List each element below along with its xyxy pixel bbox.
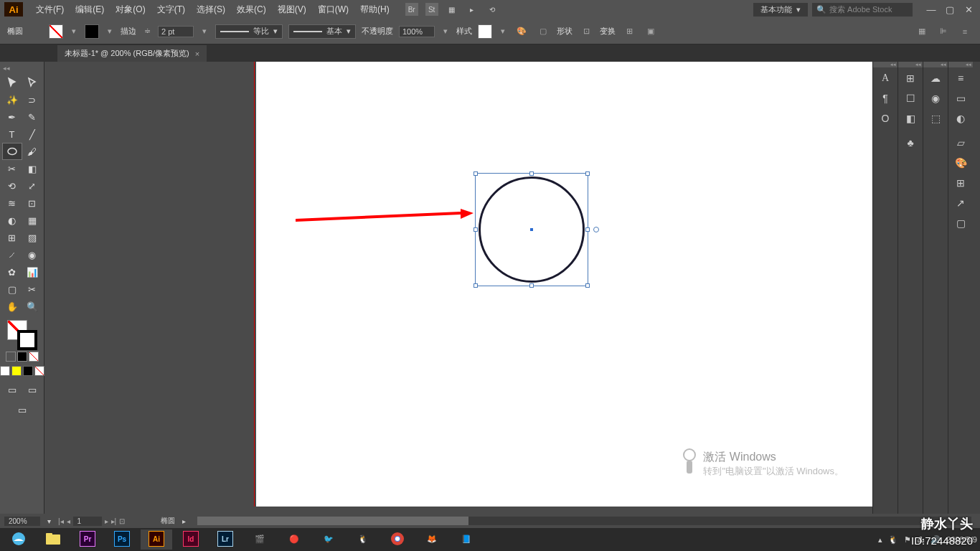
minimize-button[interactable]: — <box>924 4 938 14</box>
next-artboard-icon[interactable]: ▸ <box>105 517 108 525</box>
stroke-indicator-icon[interactable] <box>17 330 37 350</box>
swatch-none[interactable] <box>34 366 44 376</box>
hand-tool[interactable]: ✋ <box>3 298 22 314</box>
gradient-mode-btn[interactable] <box>17 352 27 362</box>
taskbar-illustrator[interactable]: Ai <box>141 529 172 550</box>
pen-tool[interactable]: ✒ <box>3 109 22 125</box>
resize-handle-sw[interactable] <box>473 283 478 288</box>
eraser-tool[interactable]: ◧ <box>23 161 42 176</box>
menu-effect[interactable]: 效果(C) <box>231 4 272 16</box>
resize-handle-se[interactable] <box>585 283 590 288</box>
zoom-tool[interactable]: 🔍 <box>23 298 42 314</box>
rotate-tool[interactable]: ⟲ <box>3 178 22 194</box>
opentype-panel-icon[interactable]: O <box>873 108 897 128</box>
screen-mode-normal[interactable]: ▭ <box>3 382 22 397</box>
transform-options-icon[interactable]: ⊞ <box>621 24 637 39</box>
opacity-input[interactable] <box>399 26 435 37</box>
shape-panel-btn[interactable]: 形状 <box>557 26 573 37</box>
preferences-icon[interactable]: ⊫ <box>936 24 951 39</box>
taskbar-indesign[interactable]: Id <box>175 529 207 550</box>
align-icon[interactable]: ▢ <box>535 24 551 39</box>
menu-file[interactable]: 文件(F) <box>30 4 70 16</box>
transform-panel-icon[interactable]: ⊞ <box>898 68 923 88</box>
stroke-weight-input[interactable] <box>158 26 194 37</box>
brush-definition[interactable]: 基本 ▾ <box>288 24 356 39</box>
menu-edit[interactable]: 编辑(E) <box>70 4 110 16</box>
taskbar-photoshop[interactable]: Ps <box>106 529 138 550</box>
stroke-dropdown-icon[interactable]: ▾ <box>105 24 115 39</box>
style-dd-icon[interactable]: ▾ <box>498 24 508 39</box>
menu-view[interactable]: 视图(V) <box>272 4 312 16</box>
tray-chevron-icon[interactable]: ▴ <box>878 535 882 545</box>
selection-tool[interactable] <box>3 75 22 90</box>
shaper-tool[interactable]: ✂ <box>3 161 22 176</box>
transparency-panel-icon[interactable]: ◐ <box>948 108 973 128</box>
document-tab[interactable]: 未标题-1* @ 200% (RGB/像素预览) × <box>57 45 207 62</box>
stock-icon[interactable]: St <box>425 3 438 16</box>
swatch-yellow[interactable] <box>11 366 22 376</box>
last-artboard-icon[interactable]: ▸| <box>111 517 117 525</box>
sync-icon[interactable]: ⟲ <box>486 3 499 16</box>
gradient-tool[interactable]: ▨ <box>23 230 42 245</box>
shape-options-icon[interactable]: ⊡ <box>578 24 594 39</box>
stroke-weight-dd-icon[interactable]: ▾ <box>199 24 209 39</box>
line-tool[interactable]: ╱ <box>23 126 42 142</box>
tab-close-icon[interactable]: × <box>195 50 199 58</box>
pie-widget-icon[interactable] <box>593 227 599 232</box>
pathfinder-panel-icon[interactable]: ◧ <box>898 108 923 128</box>
first-artboard-icon[interactable]: |◂ <box>58 517 64 525</box>
fill-dropdown-icon[interactable]: ▾ <box>69 24 79 39</box>
shape-builder-tool[interactable]: ◐ <box>3 212 22 228</box>
taskbar-app-3[interactable]: 🐦 <box>313 529 344 550</box>
artboard-nav-icon[interactable]: ⊡ <box>119 517 125 525</box>
eyedropper-tool[interactable]: ⟋ <box>3 247 22 263</box>
direct-selection-tool[interactable] <box>23 75 42 90</box>
taskbar-lightroom[interactable]: Lr <box>209 529 241 550</box>
resize-handle-e[interactable] <box>585 227 590 232</box>
taskbar-app-1[interactable]: 🎬 <box>244 529 275 550</box>
lasso-tool[interactable]: ⊃ <box>23 92 42 108</box>
align-panel-icon[interactable]: ☐ <box>898 88 923 108</box>
stroke-panel-icon[interactable]: ≡ <box>948 68 973 88</box>
taskbar-app-2[interactable]: 🔴 <box>278 529 310 550</box>
scale-tool[interactable]: ⤢ <box>23 178 42 194</box>
change-screen-mode[interactable]: ▭ <box>13 402 32 418</box>
export-panel-icon[interactable]: ↗ <box>948 193 973 213</box>
workspace-switcher[interactable]: 基本功能 ▾ <box>753 3 808 17</box>
isolate-icon[interactable]: ▣ <box>643 24 659 39</box>
doc-setup-icon[interactable]: ▦ <box>914 24 930 39</box>
taskbar-firefox[interactable]: 🦊 <box>416 529 448 550</box>
artboard-number-input[interactable]: 1 <box>73 517 102 526</box>
symbols-panel-icon[interactable]: ♣ <box>898 133 923 153</box>
magic-wand-tool[interactable]: ✨ <box>3 92 22 108</box>
horizontal-scrollbar[interactable] <box>197 517 971 525</box>
status-dd-icon[interactable]: ▸ <box>182 517 186 525</box>
bridge-icon[interactable]: Br <box>405 3 418 16</box>
style-swatch[interactable] <box>478 24 492 39</box>
arrange-icon[interactable]: ▦ <box>446 3 458 16</box>
resize-handle-ne[interactable] <box>585 171 590 176</box>
curvature-tool[interactable]: ✎ <box>23 109 42 125</box>
taskbar-browser[interactable] <box>3 529 34 550</box>
panel-menu-icon[interactable]: ≡ <box>957 24 973 39</box>
taskbar-chrome[interactable] <box>382 529 413 550</box>
panel-collapse-icon[interactable]: ◂◂ <box>873 62 897 67</box>
swatches-panel-icon[interactable]: ⊞ <box>948 173 973 193</box>
resize-handle-s[interactable] <box>529 283 534 288</box>
fill-stroke-indicator[interactable] <box>7 320 37 350</box>
canvas[interactable]: 激活 Windows 转到"电脑设置"以激活 Windows。 <box>44 62 872 514</box>
menu-help[interactable]: 帮助(H) <box>354 4 395 16</box>
menu-select[interactable]: 选择(S) <box>191 4 231 16</box>
type-tool[interactable]: T <box>3 126 22 142</box>
color-mode-btn[interactable] <box>6 352 16 362</box>
screen-mode-full[interactable]: ▭ <box>23 382 42 397</box>
tray-qq-icon[interactable]: 🐧 <box>888 535 898 545</box>
stroke-weight-stepper-icon[interactable]: ≑ <box>142 24 152 39</box>
panel-collapse-icon[interactable]: ◂◂ <box>898 62 923 67</box>
character-panel-icon[interactable]: A <box>873 68 897 88</box>
paintbrush-tool[interactable]: 🖌 <box>23 143 42 159</box>
taskbar-notepad[interactable]: 📘 <box>451 529 482 550</box>
recolor-icon[interactable]: 🎨 <box>514 24 529 39</box>
panel-collapse-icon[interactable]: ◂◂ <box>923 62 948 67</box>
restore-button[interactable]: ▢ <box>943 4 957 14</box>
